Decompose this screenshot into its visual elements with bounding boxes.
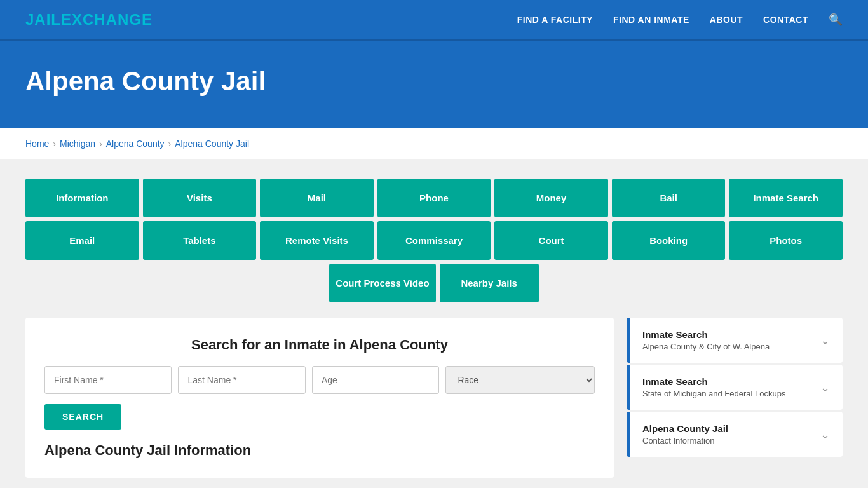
btn-booking[interactable]: Booking bbox=[612, 221, 726, 260]
nav-find-inmate[interactable]: FIND AN INMATE bbox=[613, 15, 689, 25]
breadcrumb-sep-3: › bbox=[168, 139, 172, 149]
sidebar-card-local-title: Inmate Search bbox=[642, 329, 770, 340]
search-button[interactable]: SEARCH bbox=[44, 404, 121, 430]
breadcrumb-sep-1: › bbox=[53, 139, 56, 149]
button-row-1: Information Visits Mail Phone Money Bail… bbox=[25, 179, 843, 217]
site-logo[interactable]: JAILEXCHANGE bbox=[25, 11, 153, 29]
breadcrumb-home[interactable]: Home bbox=[25, 139, 49, 149]
nav-contact[interactable]: CONTACT bbox=[763, 15, 808, 25]
sidebar: Inmate Search Alpena County & City of W.… bbox=[627, 318, 843, 459]
btn-commissary[interactable]: Commissary bbox=[377, 221, 491, 260]
breadcrumb: Home › Michigan › Alpena County › Alpena… bbox=[25, 139, 843, 149]
button-row-2: Email Tablets Remote Visits Commissary C… bbox=[25, 221, 843, 260]
hero-section: Alpena County Jail bbox=[0, 41, 868, 128]
btn-money[interactable]: Money bbox=[494, 179, 608, 217]
sidebar-card-local-subtitle: Alpena County & City of W. Alpena bbox=[642, 342, 770, 351]
nav-about[interactable]: ABOUT bbox=[710, 15, 743, 25]
sidebar-card-state-title: Inmate Search bbox=[642, 376, 785, 387]
btn-phone[interactable]: Phone bbox=[377, 179, 491, 217]
sidebar-card-local-header[interactable]: Inmate Search Alpena County & City of W.… bbox=[627, 318, 843, 363]
btn-nearby-jails[interactable]: Nearby Jails bbox=[440, 264, 539, 302]
sidebar-card-contact-header[interactable]: Alpena County Jail Contact Information ⌄ bbox=[627, 412, 843, 457]
content-area: Information Visits Mail Phone Money Bail… bbox=[0, 159, 868, 488]
sidebar-card-state-subtitle: State of Michigan and Federal Lockups bbox=[642, 389, 785, 398]
sidebar-card-contact: Alpena County Jail Contact Information ⌄ bbox=[627, 412, 843, 457]
sidebar-card-state-header[interactable]: Inmate Search State of Michigan and Fede… bbox=[627, 365, 843, 410]
logo-exchange: EXCHANGE bbox=[61, 11, 153, 28]
page-title: Alpena County Jail bbox=[25, 66, 843, 97]
race-select[interactable]: Race White Black Hispanic Asian Other bbox=[445, 366, 595, 394]
sidebar-card-state: Inmate Search State of Michigan and Fede… bbox=[627, 365, 843, 410]
breadcrumb-sep-2: › bbox=[99, 139, 102, 149]
breadcrumb-michigan[interactable]: Michigan bbox=[60, 139, 95, 149]
nav-links: FIND A FACILITY FIND AN INMATE ABOUT CON… bbox=[517, 13, 843, 27]
last-name-input[interactable] bbox=[178, 366, 305, 394]
first-name-input[interactable] bbox=[44, 366, 172, 394]
breadcrumb-alpena-county[interactable]: Alpena County bbox=[106, 139, 165, 149]
chevron-down-icon-3: ⌄ bbox=[820, 428, 830, 442]
info-title: Alpena County Jail Information bbox=[44, 442, 595, 459]
nav-find-facility[interactable]: FIND A FACILITY bbox=[517, 15, 593, 25]
breadcrumb-bar: Home › Michigan › Alpena County › Alpena… bbox=[0, 128, 868, 159]
btn-visits[interactable]: Visits bbox=[143, 179, 257, 217]
btn-bail[interactable]: Bail bbox=[612, 179, 726, 217]
logo-jail: JAIL bbox=[25, 11, 61, 28]
search-fields: Race White Black Hispanic Asian Other bbox=[44, 366, 595, 394]
search-icon[interactable]: 🔍 bbox=[829, 13, 843, 27]
main-flex: Search for an Inmate in Alpena County Ra… bbox=[25, 318, 843, 478]
btn-mail[interactable]: Mail bbox=[260, 179, 374, 217]
search-section: Search for an Inmate in Alpena County Ra… bbox=[25, 318, 614, 478]
btn-email[interactable]: Email bbox=[25, 221, 139, 260]
sidebar-card-local: Inmate Search Alpena County & City of W.… bbox=[627, 318, 843, 363]
navbar: JAILEXCHANGE FIND A FACILITY FIND AN INM… bbox=[0, 0, 868, 41]
breadcrumb-current: Alpena County Jail bbox=[175, 139, 249, 149]
btn-court[interactable]: Court bbox=[494, 221, 608, 260]
btn-remote-visits[interactable]: Remote Visits bbox=[260, 221, 374, 260]
chevron-down-icon: ⌄ bbox=[820, 334, 830, 348]
btn-photos[interactable]: Photos bbox=[729, 221, 843, 260]
btn-inmate-search[interactable]: Inmate Search bbox=[729, 179, 843, 217]
sidebar-card-contact-subtitle: Contact Information bbox=[642, 436, 728, 445]
btn-tablets[interactable]: Tablets bbox=[143, 221, 257, 260]
info-section: Alpena County Jail Information bbox=[44, 442, 595, 459]
btn-information[interactable]: Information bbox=[25, 179, 139, 217]
btn-court-process-video[interactable]: Court Process Video bbox=[329, 264, 435, 302]
sidebar-card-contact-title: Alpena County Jail bbox=[642, 423, 728, 434]
chevron-down-icon-2: ⌄ bbox=[820, 381, 830, 395]
button-row-3: Court Process Video Nearby Jails bbox=[25, 264, 843, 302]
search-title: Search for an Inmate in Alpena County bbox=[44, 337, 595, 353]
age-input[interactable] bbox=[312, 366, 439, 394]
